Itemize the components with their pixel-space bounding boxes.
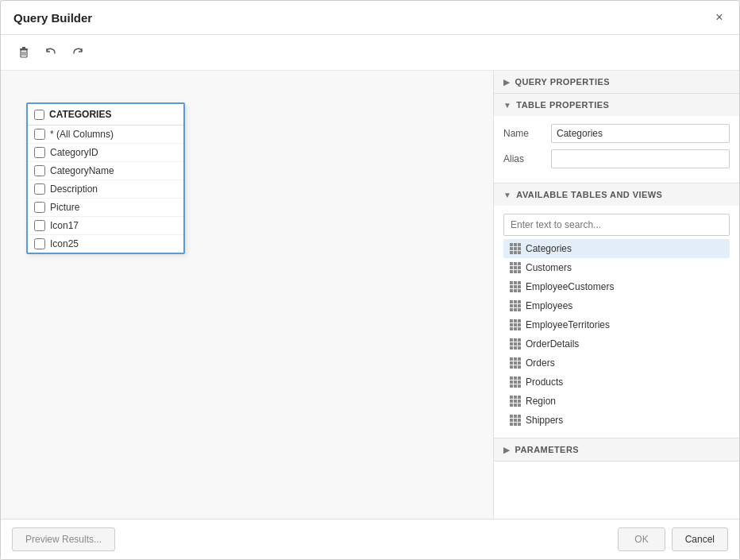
table-properties-body: Name Alias: [494, 116, 739, 183]
table-list-item[interactable]: Customers: [503, 258, 730, 277]
table-list-item-label: Products: [526, 377, 563, 388]
row-label: CategoryID: [50, 147, 98, 158]
query-properties-label: QUERY PROPERTIES: [515, 77, 610, 87]
table-widget-title: CATEGORIES: [49, 109, 111, 120]
alias-label: Alias: [503, 153, 551, 164]
table-list-item-label: Shippers: [526, 415, 563, 426]
query-properties-section: ▶ QUERY PROPERTIES: [494, 71, 739, 94]
table-list-item[interactable]: Shippers: [503, 411, 730, 430]
close-button[interactable]: ×: [711, 9, 728, 26]
table-list-item-label: OrderDetails: [526, 338, 579, 350]
dialog-footer: Preview Results... OK Cancel: [1, 519, 739, 559]
svg-rect-5: [22, 47, 25, 48]
svg-rect-4: [20, 48, 28, 50]
table-row: * (All Columns): [28, 126, 183, 144]
table-properties-label: TABLE PROPERTIES: [516, 100, 609, 110]
table-list-item-label: Employees: [526, 300, 572, 311]
available-tables-header[interactable]: ▼ AVAILABLE TABLES AND VIEWS: [494, 183, 739, 206]
table-list-item-label: EmployeeTerritories: [526, 319, 610, 330]
grid-icon: [510, 243, 521, 254]
table-widget-categories[interactable]: CATEGORIES * (All Columns)CategoryIDCate…: [26, 102, 185, 254]
grid-icon: [510, 281, 521, 292]
row-checkbox[interactable]: [34, 202, 45, 213]
dialog-title: Query Builder: [13, 11, 92, 25]
table-widget-header: CATEGORIES: [28, 104, 183, 126]
parameters-label: PARAMETERS: [515, 445, 579, 454]
row-label: Picture: [50, 202, 79, 213]
grid-icon: [510, 377, 521, 388]
grid-icon: [510, 262, 521, 273]
grid-icon: [510, 338, 521, 350]
table-list-item-label: EmployeeCustomers: [526, 281, 614, 292]
table-header-checkbox[interactable]: [34, 110, 44, 120]
name-row: Name: [503, 124, 730, 143]
table-list-item[interactable]: EmployeeCustomers: [503, 277, 730, 296]
table-list-item[interactable]: EmployeeTerritories: [503, 315, 730, 334]
query-builder-dialog: Query Builder ×: [0, 0, 740, 560]
row-label: Icon17: [50, 220, 79, 231]
table-properties-section: ▼ TABLE PROPERTIES Name Alias: [494, 94, 739, 183]
table-rows-container: * (All Columns)CategoryIDCategoryNameDes…: [28, 126, 183, 253]
tables-search-input[interactable]: [503, 214, 730, 236]
name-input[interactable]: [551, 124, 730, 143]
table-row: Icon25: [28, 235, 183, 253]
available-tables-body: CategoriesCustomersEmployeeCustomersEmpl…: [494, 206, 739, 438]
query-properties-header[interactable]: ▶ QUERY PROPERTIES: [494, 71, 739, 93]
table-list-item[interactable]: Employees: [503, 296, 730, 315]
grid-icon: [510, 357, 521, 369]
row-checkbox[interactable]: [34, 183, 45, 195]
table-list-item[interactable]: Products: [503, 373, 730, 392]
alias-input[interactable]: [551, 149, 730, 168]
grid-icon: [510, 319, 521, 330]
row-checkbox[interactable]: [34, 165, 45, 176]
main-content: CATEGORIES * (All Columns)CategoryIDCate…: [1, 71, 739, 519]
table-properties-header[interactable]: ▼ TABLE PROPERTIES: [494, 94, 739, 116]
ok-button[interactable]: OK: [618, 527, 665, 551]
table-list-item-label: Region: [526, 396, 556, 407]
table-row: Description: [28, 180, 183, 199]
available-tables-toggle: ▼: [503, 191, 511, 199]
row-checkbox[interactable]: [34, 129, 45, 140]
parameters-header[interactable]: ▶ PARAMETERS: [494, 438, 739, 461]
row-checkbox[interactable]: [34, 238, 45, 249]
right-panel: ▶ QUERY PROPERTIES ▼ TABLE PROPERTIES Na…: [493, 71, 739, 519]
name-label: Name: [503, 128, 551, 139]
parameters-toggle: ▶: [503, 446, 510, 454]
table-list-item-label: Categories: [526, 243, 572, 254]
row-label: * (All Columns): [50, 129, 114, 140]
table-list-item[interactable]: Categories: [503, 239, 730, 258]
tables-list: CategoriesCustomersEmployeeCustomersEmpl…: [503, 239, 730, 430]
alias-row: Alias: [503, 149, 730, 168]
cancel-button[interactable]: Cancel: [672, 527, 728, 551]
undo-button[interactable]: [39, 41, 63, 64]
table-list-item-label: Orders: [526, 357, 555, 369]
table-row: Picture: [28, 199, 183, 217]
table-list-item[interactable]: Region: [503, 392, 730, 411]
delete-button[interactable]: [12, 41, 36, 64]
table-list-item[interactable]: OrderDetails: [503, 334, 730, 353]
toolbar: [1, 35, 739, 71]
grid-icon: [510, 396, 521, 407]
grid-icon: [510, 300, 521, 311]
row-label: Icon25: [50, 238, 79, 249]
canvas-area[interactable]: CATEGORIES * (All Columns)CategoryIDCate…: [1, 71, 493, 519]
undo-icon: [44, 46, 57, 59]
delete-icon: [17, 46, 30, 59]
footer-left: Preview Results...: [12, 527, 115, 551]
table-list-item-label: Customers: [526, 262, 572, 273]
titlebar: Query Builder ×: [1, 1, 739, 35]
row-checkbox[interactable]: [34, 147, 45, 158]
parameters-section: ▶ PARAMETERS: [494, 438, 739, 462]
query-properties-toggle: ▶: [503, 78, 510, 87]
table-row: CategoryID: [28, 144, 183, 162]
row-label: Description: [50, 183, 98, 195]
available-tables-label: AVAILABLE TABLES AND VIEWS: [516, 190, 662, 199]
row-label: CategoryName: [50, 165, 114, 176]
redo-icon: [71, 46, 84, 59]
table-row: Icon17: [28, 217, 183, 235]
row-checkbox[interactable]: [34, 220, 45, 231]
preview-button[interactable]: Preview Results...: [12, 527, 115, 551]
table-row: CategoryName: [28, 162, 183, 180]
redo-button[interactable]: [66, 41, 90, 64]
table-list-item[interactable]: Orders: [503, 353, 730, 373]
